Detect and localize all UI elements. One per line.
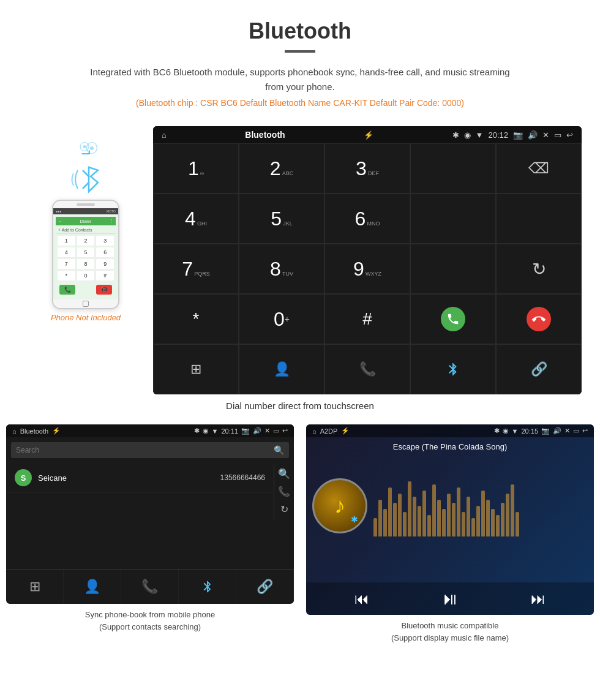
phone-key-8[interactable]: 8 <box>77 258 96 269</box>
pb-search-bar: 🔍 <box>11 442 289 458</box>
music-window-icon[interactable]: ▭ <box>573 427 579 435</box>
music-album-bluetooth-icon: ✱ <box>351 514 358 524</box>
dial-key-hash[interactable]: # <box>324 294 410 344</box>
pb-link-icon: 🔗 <box>257 579 273 595</box>
dial-grid: 1∞ 2ABC 3DEF ⌫ 4GHI 5JKL <box>153 143 582 394</box>
dial-action-link[interactable]: 🔗 <box>496 344 582 394</box>
pb-bottom-bar: ⊞ 👤 📞 🔗 <box>6 569 294 604</box>
phone-key-0[interactable]: 0 <box>77 270 96 281</box>
music-back-icon[interactable]: ↩ <box>582 427 588 435</box>
home-icon[interactable]: ⌂ <box>162 130 167 140</box>
pb-window-icon[interactable]: ▭ <box>273 427 279 435</box>
back-icon[interactable]: ↩ <box>566 130 573 140</box>
phone-icon: 📞 <box>359 361 376 377</box>
phone-not-text: Phone Not <box>51 313 88 322</box>
dial-backspace[interactable]: ⌫ <box>496 143 582 194</box>
phone-key-6[interactable]: 6 <box>96 247 114 258</box>
dial-key-star[interactable]: * <box>153 294 239 344</box>
phone-key-hash[interactable]: # <box>96 270 114 281</box>
music-note-icon: ♪ <box>334 493 345 519</box>
phone-key-star[interactable]: * <box>57 270 76 281</box>
music-usb-icon: ⚡ <box>341 427 350 435</box>
pb-back-icon[interactable]: ↩ <box>282 427 288 435</box>
middle-section: ⦿ ⨼ ⦿ ●●● MOTO <box>0 126 600 394</box>
pb-action-search-icon[interactable]: 🔍 <box>278 468 290 480</box>
dial-key-4[interactable]: 4GHI <box>153 194 239 244</box>
dial-empty-r3c4 <box>410 244 496 294</box>
dial-key-5[interactable]: 5JKL <box>239 194 324 244</box>
pb-action-refresh-icon[interactable]: ↻ <box>280 503 288 515</box>
phone-key-4[interactable]: 4 <box>57 247 76 258</box>
pb-camera-icon[interactable]: 📷 <box>241 427 250 435</box>
pb-phone-icon: 📞 <box>141 579 158 595</box>
phone-key-2[interactable]: 2 <box>77 235 96 246</box>
dial-key-3[interactable]: 3DEF <box>324 143 410 194</box>
music-home-icon[interactable]: ⌂ <box>312 427 317 435</box>
music-close-icon[interactable]: ✕ <box>564 427 570 435</box>
music-statusbar: ⌂ A2DP ⚡ ✱ ◉ ▼ 20:15 📷 🔊 ✕ ▭ ↩ <box>306 424 594 437</box>
contact-avatar: S <box>15 469 32 486</box>
pb-btn-contacts[interactable]: 👤 <box>64 570 121 604</box>
pb-volume-icon[interactable]: 🔊 <box>253 427 261 435</box>
dial-key-zero[interactable]: 0+ <box>239 294 324 344</box>
music-volume-icon[interactable]: 🔊 <box>553 427 561 435</box>
dial-empty-r2c5 <box>496 194 582 244</box>
phone-key-9[interactable]: 9 <box>96 258 114 269</box>
dial-key-6[interactable]: 6MNO <box>324 194 410 244</box>
dial-statusbar: ⌂ Bluetooth ⚡ ✱ ◉ ▼ 20:12 📷 🔊 ✕ ▭ ↩ <box>153 126 582 143</box>
green-call-icon <box>441 307 465 331</box>
subtitle-text: Integrated with BC6 Bluetooth module, su… <box>86 65 514 94</box>
pb-contact-row[interactable]: S Seicane 13566664466 <box>6 463 274 493</box>
main-caption: Dial number direct from touchscreen <box>0 401 600 411</box>
phone-end-btn[interactable]: 📵 <box>96 285 112 295</box>
pb-btn-phone[interactable]: 📞 <box>121 570 179 604</box>
dial-key-7[interactable]: 7PQRS <box>153 244 239 294</box>
refresh-icon: ↻ <box>532 259 546 279</box>
pb-btn-bluetooth[interactable] <box>179 570 236 604</box>
dial-action-phone[interactable]: 📞 <box>324 344 410 394</box>
phone-call-btn[interactable]: 📞 <box>59 285 75 295</box>
dial-statusbar-right: ✱ ◉ ▼ 20:12 📷 🔊 ✕ ▭ ↩ <box>452 130 573 140</box>
pb-btn-grid[interactable]: ⊞ <box>6 570 64 604</box>
pb-content-area: S Seicane 13566664466 🔍 📞 ↻ <box>6 463 294 520</box>
dial-action-contacts[interactable]: 👤 <box>239 344 324 394</box>
pb-signal-icon: ▼ <box>212 427 219 435</box>
location-status-icon: ◉ <box>464 130 471 140</box>
pb-action-call-icon[interactable]: 📞 <box>278 486 290 497</box>
backspace-icon: ⌫ <box>528 160 549 177</box>
music-next-btn[interactable]: ⏭ <box>531 590 546 608</box>
phone-not-included-label: Phone Not Included <box>51 313 121 322</box>
pb-close-icon[interactable]: ✕ <box>264 427 270 435</box>
phone-key-5[interactable]: 5 <box>77 247 96 258</box>
dial-key-8[interactable]: 8TUV <box>239 244 324 294</box>
dial-key-1[interactable]: 1∞ <box>153 143 239 194</box>
pb-btn-link[interactable]: 🔗 <box>236 570 294 604</box>
music-camera-icon[interactable]: 📷 <box>541 427 550 435</box>
bottom-row: ⌂ Bluetooth ⚡ ✱ ◉ ▼ 20:11 📷 🔊 ✕ ▭ ↩ <box>0 424 600 644</box>
dial-key-2[interactable]: 2ABC <box>239 143 324 194</box>
dial-call-red[interactable] <box>496 294 582 344</box>
music-main-area: ♪ ✱ <box>306 454 594 558</box>
music-playpause-btn[interactable]: ⏯ <box>441 589 459 609</box>
pb-search-input[interactable] <box>16 446 274 454</box>
contact-number: 13566664466 <box>220 473 265 482</box>
window-icon[interactable]: ▭ <box>554 130 561 140</box>
music-col: ⌂ A2DP ⚡ ✱ ◉ ▼ 20:15 📷 🔊 ✕ ▭ ↩ Escape (T… <box>300 424 600 644</box>
phone-key-7[interactable]: 7 <box>57 258 76 269</box>
pb-contact-list: S Seicane 13566664466 <box>6 463 274 520</box>
music-prev-btn[interactable]: ⏮ <box>354 590 369 608</box>
phone-key-3[interactable]: 3 <box>96 235 114 246</box>
dial-action-grid[interactable]: ⊞ <box>153 344 239 394</box>
phone-home-btn[interactable] <box>83 301 89 307</box>
dial-refresh[interactable]: ↻ <box>496 244 582 294</box>
camera-icon[interactable]: 📷 <box>513 130 523 140</box>
volume-icon[interactable]: 🔊 <box>528 130 538 140</box>
dial-action-bluetooth[interactable] <box>410 344 496 394</box>
phone-key-1[interactable]: 1 <box>57 235 76 246</box>
dial-call-green[interactable] <box>410 294 496 344</box>
phone-top-bar <box>53 201 118 208</box>
close-icon[interactable]: ✕ <box>542 130 549 140</box>
pb-home-icon[interactable]: ⌂ <box>12 427 17 435</box>
pb-search-icon[interactable]: 🔍 <box>274 445 284 455</box>
dial-key-9[interactable]: 9WXYZ <box>324 244 410 294</box>
